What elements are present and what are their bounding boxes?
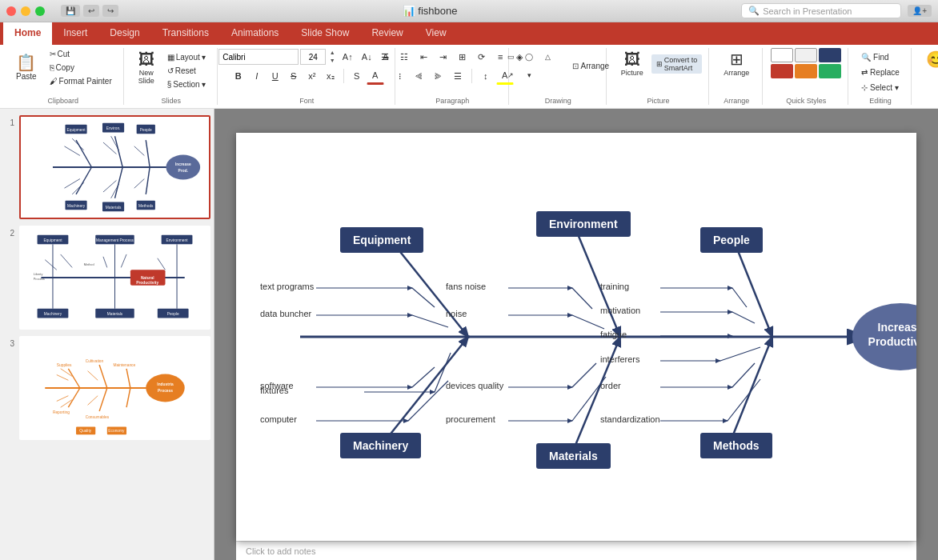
superscript-button[interactable]: x² — [303, 67, 321, 85]
maximize-button[interactable] — [35, 6, 45, 16]
paste-button[interactable]: 📋 Paste — [10, 51, 43, 84]
new-slide-button[interactable]: 🖼 NewSlide — [132, 48, 161, 88]
tab-slideshow[interactable]: Slide Show — [290, 22, 360, 45]
text-columns-button[interactable]: ⊞ — [453, 48, 471, 66]
shadow-button[interactable]: S — [348, 67, 366, 85]
align-center-button[interactable]: ⫷ — [411, 67, 428, 85]
font-name-input[interactable] — [218, 49, 299, 65]
slide-canvas[interactable]: Increase Productivity — [236, 133, 916, 541]
slide-number-3: 3 — [3, 339, 14, 348]
share-button[interactable]: 👤+ — [908, 5, 932, 17]
ribbon-group-paragraph: ☰ ☷ ⇤ ⇥ ⊞ ⟳ ≡ ◈ ⫶ ⫷ ⫸ ☰ ↕ A Paragraph — [397, 48, 509, 105]
svg-line-14 — [134, 146, 145, 156]
font-increase-button[interactable]: A↑ — [339, 48, 356, 66]
svg-line-44 — [103, 257, 107, 268]
numbering-button[interactable]: ☷ — [395, 48, 413, 66]
slide-preview-1[interactable]: Increase Prod. — [19, 115, 210, 219]
italic-button[interactable]: I — [248, 67, 266, 85]
slide-preview-3[interactable]: Industria Process Supplies Cultivation M… — [19, 336, 210, 440]
svg-text:Supplies: Supplies — [57, 363, 72, 367]
convert-smartart-button[interactable]: ⊞ Convert toSmartArt — [651, 54, 703, 74]
arrange-button[interactable]: ⊡ Arrange — [567, 60, 614, 72]
align-right-button[interactable]: ⫸ — [430, 67, 447, 85]
text-direction-button[interactable]: ⟳ — [472, 48, 490, 66]
font-decrease-btn[interactable]: ▼ — [327, 57, 337, 65]
find-button[interactable]: 🔍 Find — [856, 51, 904, 63]
label-standardization: standardization — [600, 414, 660, 424]
search-box[interactable]: 🔍 Search in Presentation — [741, 3, 901, 18]
tab-review[interactable]: Review — [360, 22, 414, 45]
strikethrough-button[interactable]: S — [285, 67, 303, 85]
arrange-big-button[interactable]: ⊞ Arrange — [717, 48, 756, 80]
copy-button[interactable]: ⎘ Copy — [45, 62, 117, 74]
minimize-button[interactable] — [21, 6, 30, 16]
tab-home[interactable]: Home — [3, 22, 52, 45]
section-button[interactable]: § Section ▾ — [162, 78, 210, 90]
slide-thumb-1[interactable]: 1 Increase Prod. — [3, 115, 210, 219]
justify-button[interactable]: ☰ — [449, 67, 467, 85]
notes-area[interactable]: Click to add notes — [236, 541, 916, 561]
category-environment[interactable]: Environment — [536, 211, 631, 237]
ribbon: Home Insert Design Transitions Animation… — [0, 22, 938, 109]
svg-text:Machinery: Machinery — [44, 312, 62, 316]
redo-button[interactable]: ↪ — [102, 5, 118, 17]
category-equipment[interactable]: Equipment — [340, 227, 423, 253]
style-sample-2[interactable] — [795, 48, 817, 62]
shape-2[interactable]: ◯ — [520, 48, 538, 66]
category-materials[interactable]: Materials — [536, 443, 611, 469]
tab-transitions[interactable]: Transitions — [151, 22, 220, 45]
label-procurement: procurement — [446, 414, 495, 424]
category-methods[interactable]: Methods — [700, 433, 772, 458]
underline-button[interactable]: U — [267, 67, 284, 85]
line-spacing-button[interactable]: ↕ — [477, 67, 495, 85]
layout-button[interactable]: ▦ Layout ▾ — [162, 51, 210, 63]
font-decrease-button[interactable]: A↓ — [358, 48, 375, 66]
tab-design[interactable]: Design — [98, 22, 150, 45]
font-color-button[interactable]: A — [367, 67, 384, 85]
decrease-indent-button[interactable]: ⇤ — [415, 48, 432, 66]
subscript-button[interactable]: x₂ — [322, 67, 339, 85]
new-slide-icon: 🖼 — [138, 51, 154, 67]
app-title: 📊 fishbone — [118, 5, 741, 17]
font-increase-btn[interactable]: ▲ — [327, 49, 337, 57]
style-sample-3[interactable] — [819, 48, 841, 62]
window-controls[interactable] — [6, 6, 45, 16]
tab-insert[interactable]: Insert — [52, 22, 98, 45]
ribbon-content: 📋 Paste ✂ Cut ⎘ Copy 🖌 Format Painter — [0, 45, 938, 109]
emoji-button[interactable]: 😊 — [920, 48, 938, 70]
replace-button[interactable]: ⇄ Replace — [856, 66, 904, 78]
font-size-input[interactable] — [300, 49, 326, 65]
undo-button[interactable]: ↩ — [83, 5, 99, 17]
shape-4[interactable]: ↗ — [502, 66, 519, 84]
quick-access-save[interactable]: 💾 — [61, 5, 80, 17]
slide-thumb-2[interactable]: 2 Equipment Management Process Environme… — [3, 226, 210, 330]
category-people[interactable]: People — [700, 227, 763, 253]
bullets-button[interactable]: ☰ — [376, 48, 394, 66]
slide-preview-2[interactable]: Equipment Management Process Environment — [19, 226, 210, 330]
increase-indent-button[interactable]: ⇥ — [434, 48, 451, 66]
align-left-button[interactable]: ⫶ — [391, 67, 409, 85]
style-sample-4[interactable] — [771, 64, 793, 78]
format-painter-button[interactable]: 🖌 Format Painter — [45, 75, 117, 87]
style-sample-5[interactable] — [795, 64, 817, 78]
svg-text:Industria: Industria — [157, 382, 174, 386]
title-right: 🔍 Search in Presentation 👤+ — [741, 3, 932, 18]
tab-view[interactable]: View — [415, 22, 458, 45]
tab-animations[interactable]: Animations — [220, 22, 290, 45]
style-sample-1[interactable] — [771, 48, 793, 62]
category-machinery[interactable]: Machinery — [340, 433, 421, 458]
shape-3[interactable]: △ — [539, 48, 556, 66]
quick-styles-group-label: Quick Styles — [786, 95, 826, 105]
shape-1[interactable]: ▭ — [502, 48, 519, 66]
svg-text:Materials: Materials — [106, 206, 122, 210]
close-button[interactable] — [6, 6, 16, 16]
shape-more[interactable]: ▾ — [520, 66, 538, 84]
picture-button[interactable]: 🖼 Picture — [615, 48, 650, 80]
drawing-row: ▭ ◯ △ ↗ ▾ ⊡ Arrange — [502, 48, 614, 84]
cut-button[interactable]: ✂ Cut — [45, 48, 117, 60]
slide-thumb-3[interactable]: 3 — [3, 336, 210, 440]
bold-button[interactable]: B — [230, 67, 247, 85]
style-sample-6[interactable] — [819, 64, 841, 78]
select-button[interactable]: ⊹ Select ▾ — [856, 82, 904, 94]
reset-button[interactable]: ↺ Reset — [162, 65, 210, 77]
